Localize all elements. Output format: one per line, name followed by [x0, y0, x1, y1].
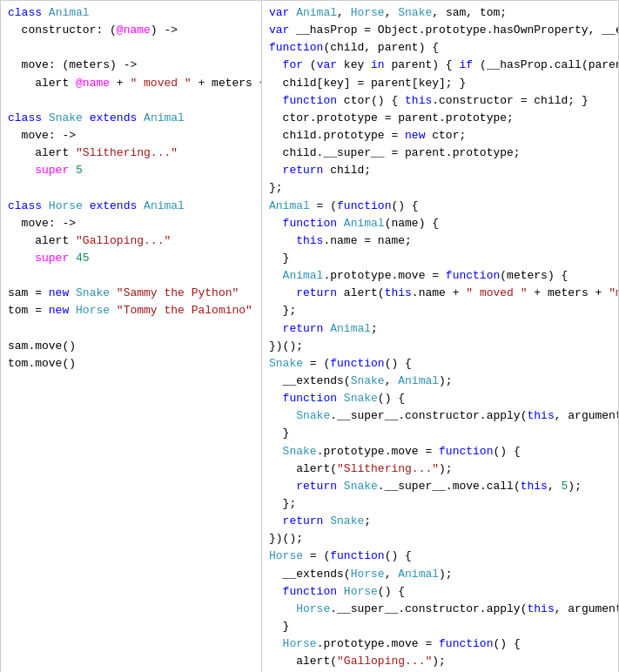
right-line-38: alert("Galloping...");: [269, 653, 611, 670]
left-line-20: sam.move(): [8, 338, 254, 355]
right-line-23: function Snake() {: [269, 390, 611, 407]
right-line-15: }: [269, 250, 611, 267]
right-line-13: function Animal(name) {: [269, 215, 611, 232]
right-line-33: __extends(Horse, Animal);: [269, 566, 611, 583]
main-container: class Animal constructor: (@name) -> mov…: [0, 0, 619, 672]
right-line-30: return Snake;: [269, 513, 611, 530]
right-line-27: alert("Slithering...");: [269, 460, 611, 478]
right-line-18: };: [269, 302, 611, 319]
right-line-10: return child;: [269, 162, 611, 179]
right-line-12: Animal = (function() {: [269, 198, 611, 215]
right-line-14: this.name = name;: [269, 232, 611, 250]
right-line-24: Snake.__super__.constructor.apply(this, …: [269, 407, 611, 425]
left-line-21: tom.move(): [8, 355, 254, 373]
right-line-25: }: [269, 425, 611, 442]
right-line-6: function ctor() { this.constructor = chi…: [269, 92, 611, 110]
left-line-18: tom = new Horse "Tommy the Palomino": [8, 302, 254, 319]
left-line-2: constructor: (@name) ->: [8, 22, 254, 39]
left-line-8: move: ->: [8, 127, 254, 144]
right-line-26: Snake.prototype.move = function() {: [269, 443, 611, 460]
right-line-2: var __hasProp = Object.prototype.hasOwnP…: [269, 22, 611, 39]
left-line-17: sam = new Snake "Sammy the Python": [8, 285, 254, 302]
right-line-34: function Horse() {: [269, 583, 611, 601]
left-line-15: super 45: [8, 250, 254, 267]
right-line-36: }: [269, 618, 611, 635]
right-line-7: ctor.prototype = parent.prototype;: [269, 110, 611, 127]
left-line-4: move: (meters) ->: [8, 57, 254, 74]
left-blank-5: [8, 320, 254, 338]
left-line-7: class Snake extends Animal: [8, 110, 254, 127]
right-line-8: child.prototype = new ctor;: [269, 127, 611, 144]
right-line-37: Horse.prototype.move = function() {: [269, 635, 611, 653]
right-line-31: })();: [269, 530, 611, 548]
right-line-16: Animal.prototype.move = function(meters)…: [269, 267, 611, 285]
left-line-14: alert "Galloping...": [8, 232, 254, 250]
left-blank-3: [8, 179, 254, 197]
left-line-1: class Animal: [8, 4, 254, 22]
right-line-29: };: [269, 495, 611, 513]
right-line-21: Snake = (function() {: [269, 355, 611, 373]
right-line-20: })();: [269, 338, 611, 355]
right-line-1: var Animal, Horse, Snake, sam, tom;: [269, 4, 611, 22]
left-line-9: alert "Slithering...": [8, 144, 254, 162]
right-line-11: };: [269, 179, 611, 197]
right-line-9: child.__super__ = parent.prototype;: [269, 144, 611, 162]
right-line-19: return Animal;: [269, 320, 611, 338]
right-line-4: for (var key in parent) { if (__hasProp.…: [269, 57, 611, 74]
javascript-pane: var Animal, Horse, Snake, sam, tom; var …: [262, 1, 618, 672]
left-line-13: move: ->: [8, 215, 254, 232]
right-line-32: Horse = (function() {: [269, 548, 611, 565]
coffeescript-pane: class Animal constructor: (@name) -> mov…: [1, 1, 262, 672]
right-line-28: return Snake.__super__.move.call(this, 5…: [269, 478, 611, 495]
left-line-12: class Horse extends Animal: [8, 198, 254, 215]
right-line-17: return alert(this.name + " moved " + met…: [269, 285, 611, 302]
left-blank-1: [8, 39, 254, 57]
left-line-10: super 5: [8, 162, 254, 179]
left-blank-4: [8, 267, 254, 285]
left-line-5: alert @name + " moved " + meters + "m.": [8, 75, 254, 92]
right-line-35: Horse.__super__.constructor.apply(this, …: [269, 601, 611, 618]
left-blank-2: [8, 92, 254, 110]
right-line-22: __extends(Snake, Animal);: [269, 373, 611, 390]
right-line-5: child[key] = parent[key]; }: [269, 75, 611, 92]
right-line-3: function(child, parent) {: [269, 39, 611, 57]
